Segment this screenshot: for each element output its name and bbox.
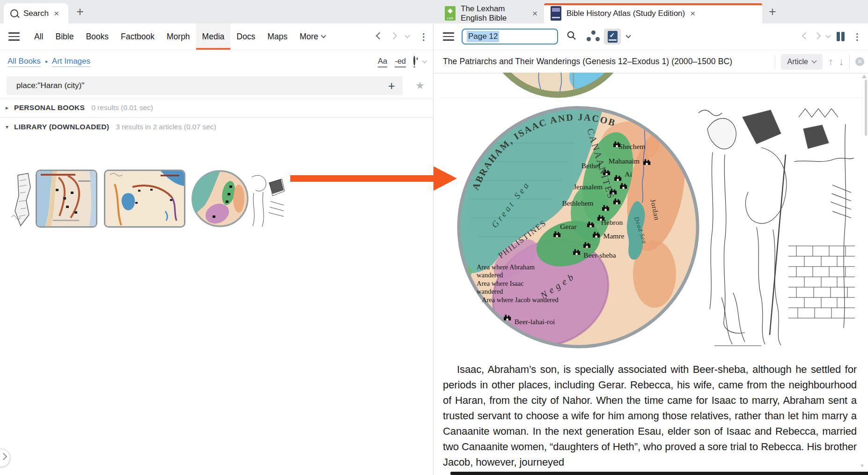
search-panel: All Bible Books Factbook Morph Media Doc… — [0, 23, 434, 475]
article-title: The Patriarchs and Their Wanderings (Gen… — [443, 57, 732, 67]
panel-menu-icon[interactable] — [443, 32, 454, 41]
inline-search-icon[interactable] — [566, 30, 577, 43]
new-tab-button[interactable]: + — [769, 6, 776, 18]
tab-lexham-bible[interactable]: LEB The Lexham English Bible × — [438, 3, 544, 23]
history-dropdown-icon[interactable] — [825, 33, 831, 38]
close-reading-view-icon[interactable]: ✕ — [855, 57, 864, 66]
parallel-resources-icon[interactable] — [837, 32, 845, 41]
article-body-text[interactable]: Isaac, Abraham’s son, is specially assoc… — [443, 362, 857, 473]
history-forward-button[interactable] — [813, 32, 821, 39]
close-tab-icon[interactable]: × — [532, 9, 537, 18]
chevron-down-icon[interactable] — [422, 58, 427, 63]
chevron-right-icon — [0, 453, 7, 460]
map-label: Area where Isaac — [477, 280, 524, 287]
chevron-down-icon — [811, 58, 817, 63]
history-forward-button[interactable] — [386, 35, 400, 38]
annotation-arrow — [290, 175, 436, 182]
active-tab-accent — [544, 3, 762, 5]
search-input[interactable]: place:"Haran (city)" + — [7, 76, 403, 95]
previous-map-fragment — [487, 73, 629, 98]
search-icon — [10, 9, 18, 17]
nav-media[interactable]: Media — [196, 23, 231, 50]
add-query-icon[interactable]: + — [388, 80, 395, 92]
atlas-toolbar: Page 12 ⋮ — [434, 23, 868, 50]
expand-triangle-icon[interactable]: ▾ — [6, 124, 14, 130]
patriarchs-map-circle: Great SeaCANAANITESPHILISTINESNegebDead … — [438, 87, 698, 359]
scroll-down-icon[interactable]: ▼ — [860, 463, 865, 468]
map-label: Ai — [625, 170, 632, 178]
nav-bible[interactable]: Bible — [49, 23, 80, 50]
section-personal-books[interactable]: ▸ PERSONAL BOOKS 0 results (0.01 sec) — [0, 98, 433, 117]
map-label: Beer-lahai-roi — [515, 318, 555, 326]
nav-factbook[interactable]: Factbook — [115, 23, 161, 50]
result-thumbnail-map-routes[interactable] — [104, 170, 185, 228]
map-label: Mamre — [603, 232, 625, 240]
nav-docs[interactable]: Docs — [230, 23, 261, 50]
window-tab-bar: Search × + LEB The Lexham English Bible … — [0, 0, 868, 23]
scrollbar-thumb[interactable] — [865, 80, 867, 136]
chevron-down-icon[interactable] — [625, 33, 631, 38]
nav-books[interactable]: Books — [80, 23, 115, 50]
search-query-row: place:"Haran (city)" + ★ — [0, 74, 433, 98]
map-label: wandered — [477, 271, 503, 279]
atlas-panel: Page 12 ⋮ The Patriarchs and Their Wande… — [434, 23, 868, 475]
article-scope-dropdown[interactable]: Article — [781, 54, 823, 70]
nav-morph[interactable]: Morph — [161, 23, 196, 50]
book-cover-icon — [551, 6, 561, 21]
breadcrumb-all-books[interactable]: All Books — [7, 57, 41, 67]
app-window: { "colors": { "accent_orange": "#f1592a"… — [0, 0, 868, 475]
tab-bible-history-atlas[interactable]: Bible History Atlas (Study Edition) × — [544, 3, 762, 23]
tab-search[interactable]: Search × — [4, 3, 68, 23]
sketch-artwork — [699, 109, 855, 346]
previous-article-button[interactable]: ↑ — [828, 56, 833, 67]
nav-maps[interactable]: Maps — [261, 23, 294, 50]
section-library-downloaded[interactable]: ▾ LIBRARY (DOWNLOADED) 3 results in 2 ar… — [0, 118, 433, 136]
panel-menu-icon[interactable] — [8, 32, 20, 41]
next-article-button[interactable]: ↓ — [839, 56, 844, 67]
close-tab-icon[interactable]: × — [690, 9, 695, 18]
map-label: Bethlehem — [562, 199, 593, 207]
map-label: Area where Jacob wandered — [482, 296, 559, 304]
corpus-dots-icon[interactable] — [586, 30, 600, 43]
atlas-map-figure[interactable]: Great SeaCANAANITESPHILISTINESNegebDead … — [434, 73, 868, 359]
map-label: Bethel — [581, 162, 600, 170]
visual-filters-icon[interactable] — [604, 29, 621, 45]
match-endings-toggle[interactable]: -ed — [395, 57, 406, 67]
nav-all[interactable]: All — [28, 23, 49, 50]
article-title-bar: The Patriarchs and Their Wanderings (Gen… — [434, 50, 868, 74]
article-scope-label: Article — [787, 58, 808, 66]
map-label: Beer-sheba — [583, 251, 616, 259]
tab-search-label: Search — [23, 9, 49, 18]
map-label: Area where Abraham — [477, 263, 535, 271]
collapse-triangle-icon[interactable]: ▸ — [6, 104, 14, 111]
map-label: Hebron — [601, 218, 623, 226]
tab-lexham-label: The Lexham English Bible — [461, 4, 527, 23]
section-title: PERSONAL BOOKS — [14, 104, 85, 112]
map-label: Jerusalem — [574, 183, 603, 191]
search-toolbar: All Bible Books Factbook Morph Media Doc… — [0, 23, 433, 50]
search-history-icon[interactable] — [413, 57, 415, 67]
page-reference-input[interactable]: Page 12 — [462, 29, 558, 45]
breadcrumb-art-images[interactable]: Art Images — [52, 57, 90, 67]
map-label: Shechem — [619, 142, 646, 150]
close-tab-icon[interactable]: × — [54, 9, 59, 18]
result-thumbnail-sketch[interactable] — [8, 172, 37, 227]
annotation-arrow-head — [434, 166, 457, 191]
search-query-text: place:"Haran (city)" — [16, 81, 84, 90]
history-back-button[interactable] — [802, 32, 809, 39]
media-breadcrumb-row: All Books • Art Images Aa -ed — [0, 50, 433, 74]
favorite-star-icon[interactable]: ★ — [415, 80, 425, 92]
book-cover-icon: LEB — [445, 6, 456, 21]
new-tab-button[interactable]: + — [76, 6, 84, 18]
nav-more[interactable]: More — [294, 23, 331, 50]
history-back-button[interactable] — [372, 35, 386, 38]
breadcrumb-separator: • — [45, 57, 48, 67]
panel-kebab-menu-icon[interactable]: ⋮ — [851, 31, 863, 42]
result-thumbnail-map-judges[interactable] — [36, 170, 97, 228]
history-dropdown-icon[interactable] — [400, 36, 414, 37]
match-case-toggle[interactable]: Aa — [378, 57, 387, 67]
section-title: LIBRARY (DOWNLOADED) — [14, 123, 109, 131]
result-thumbnail-map-circle[interactable] — [190, 169, 287, 229]
search-kind-nav: All Bible Books Factbook Morph Media Doc… — [28, 23, 331, 50]
panel-kebab-menu-icon[interactable]: ⋮ — [414, 31, 433, 42]
